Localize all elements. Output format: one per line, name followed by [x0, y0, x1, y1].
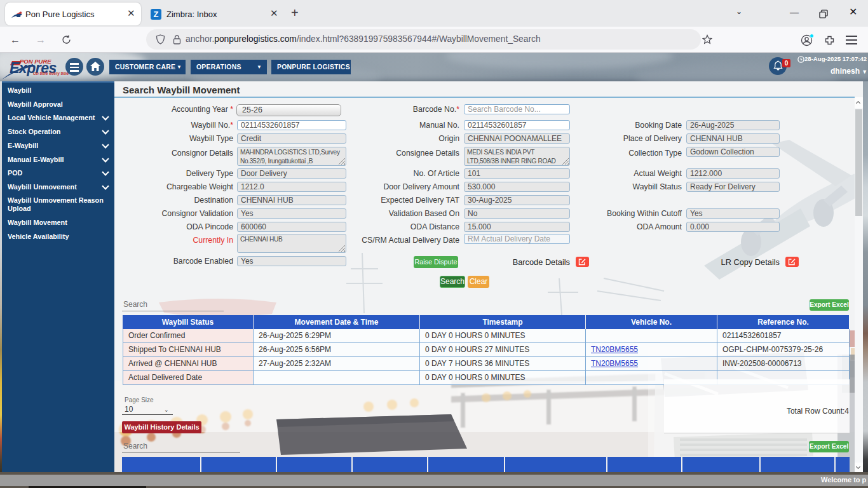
- svg-text:On time every time: On time every time: [33, 71, 69, 76]
